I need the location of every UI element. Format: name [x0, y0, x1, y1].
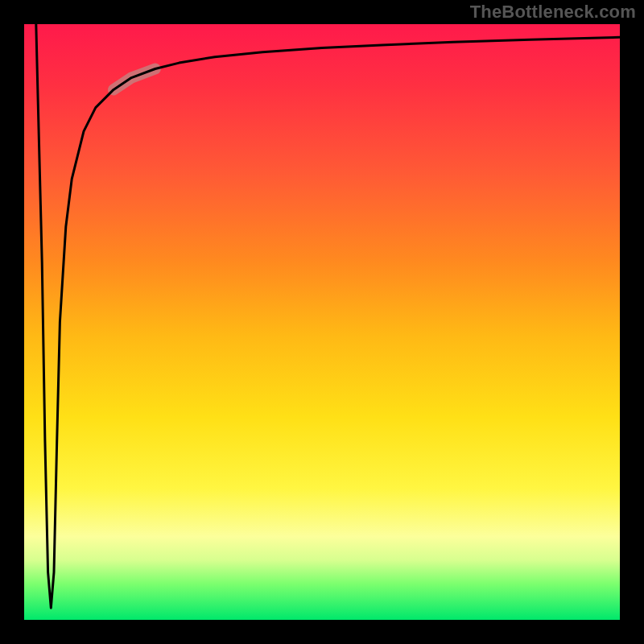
watermark-text: TheBottleneck.com — [470, 2, 636, 23]
plot-area — [24, 24, 620, 620]
chart-frame: TheBottleneck.com — [0, 0, 644, 644]
bottleneck-curve — [36, 24, 620, 608]
curve-svg — [24, 24, 620, 620]
